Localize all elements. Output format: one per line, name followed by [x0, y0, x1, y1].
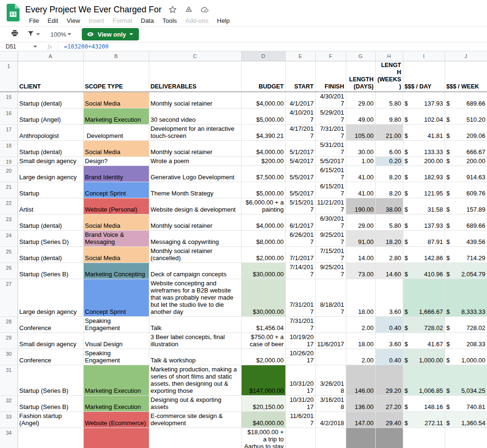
cell-deliverable[interactable]: Development for an interactive touch-scr… [149, 124, 241, 140]
cell-budget[interactable]: $6,000.00 + a painting [241, 198, 285, 214]
cell-finish[interactable]: 6/15/2017 [315, 166, 346, 182]
cell-start[interactable]: 10/31/2017 [285, 365, 315, 395]
cell-finish[interactable]: 8/18/2017 [315, 279, 346, 316]
document-title[interactable]: Every Project We Ever Charged For [25, 5, 162, 15]
column-header-D[interactable]: D [241, 51, 285, 61]
cell-finish[interactable]: 4/2/2018 [315, 411, 346, 428]
cell-weeks[interactable]: 38.00 [375, 198, 403, 214]
cell-week[interactable]: $740.81 [445, 395, 487, 411]
cell-client[interactable]: Large design agency [18, 166, 83, 182]
column-header-E[interactable]: E [285, 51, 315, 61]
cell-deliverable[interactable]: DELIVERABLES [149, 61, 241, 92]
cell-finish[interactable]: 4/30/2017 [315, 92, 346, 108]
cell-client[interactable]: Startup (dental) [18, 92, 83, 108]
cell-deliverable[interactable]: Wrote a poem [149, 156, 241, 166]
cell-deliverable[interactable]: Marketing production, making a series of… [149, 365, 241, 395]
cell-client[interactable]: Anthropologist [18, 124, 83, 140]
cell-day[interactable]: $121.95 [403, 182, 445, 198]
cell-start[interactable]: 4/17/2017 [285, 124, 315, 140]
cell-day[interactable]: $102.04 [403, 108, 445, 124]
cell-days[interactable]: 41.00 [346, 166, 375, 182]
cell-weeks[interactable]: 8.20 [375, 166, 403, 182]
cell-budget[interactable]: $4,000.00 [241, 140, 285, 156]
cell-weeks[interactable]: 72.80 [375, 428, 403, 448]
cell-deliverable[interactable]: Monthly social retainer [149, 214, 241, 230]
cell-client[interactable]: Artist [18, 198, 83, 214]
cell-finish[interactable]: 6/15/2017 [315, 182, 346, 198]
cell-deliverable[interactable]: Monthly social retainer [149, 140, 241, 156]
cell-week[interactable]: $714.29 [445, 246, 487, 263]
cell-budget[interactable]: $30,000.00 [241, 279, 285, 316]
cell-days[interactable]: 2.00 [346, 349, 375, 365]
cell-client[interactable]: Startup (dental) [18, 246, 83, 263]
cell-budget[interactable]: $1,456.04 [241, 316, 285, 332]
cell-days[interactable]: 49.00 [346, 108, 375, 124]
cell-week[interactable]: $8,333.33 [445, 279, 487, 316]
cell-days[interactable]: 73.00 [346, 263, 375, 279]
cell-week[interactable]: $157.89 [445, 198, 487, 214]
name-box[interactable]: D51 [0, 43, 41, 50]
cell-client[interactable]: Startup (dental) [18, 214, 83, 230]
cell-weeks[interactable]: LENGTH (WEEKS) [375, 61, 403, 92]
row-number[interactable]: 24 [0, 230, 18, 246]
cell-budget[interactable]: $7,500.00 [241, 166, 285, 182]
menu-file[interactable]: File [25, 16, 43, 26]
cell-finish[interactable]: 6/30/2017 [315, 214, 346, 230]
cell-budget[interactable]: $4,000.00 [241, 92, 285, 108]
cell-finish[interactable]: 12/31/2018 [315, 428, 346, 448]
cell-client[interactable]: Startup (Series B) [18, 395, 83, 411]
cell-budget[interactable]: $4,390.21 [241, 124, 285, 140]
cell-days[interactable]: 18.00 [346, 332, 375, 349]
cell-start[interactable]: 11/6/2017 [285, 411, 315, 428]
cell-scope[interactable]: Marketing Execution [83, 108, 149, 124]
cell-week[interactable]: $209.06 [445, 124, 487, 140]
cell-week[interactable]: $247.25 [445, 428, 487, 448]
row-number[interactable]: 16 [0, 108, 18, 124]
cell-deliverable[interactable]: Website design & development [149, 198, 241, 214]
cell-deliverable[interactable]: Monthly social retainer (cancelled) [149, 246, 241, 263]
cell-start[interactable]: START [285, 61, 315, 92]
cell-budget[interactable]: $18,000.00 + a trip to Aarhus to stay at… [241, 428, 285, 448]
cell-day[interactable]: $49.45 [403, 428, 445, 448]
cell-finish[interactable]: FINISH [315, 61, 346, 92]
cell-scope[interactable]: Marketing Execution [83, 395, 149, 411]
cell-budget[interactable]: $40,000.00 [241, 411, 285, 428]
cell-days[interactable]: 364 [346, 428, 375, 448]
cell-weeks[interactable]: 8.20 [375, 182, 403, 198]
cell-weeks[interactable]: 0.40 [375, 316, 403, 332]
cell-day[interactable]: $87.91 [403, 230, 445, 246]
sheets-logo-icon[interactable] [7, 4, 19, 23]
row-number[interactable]: 17 [0, 124, 18, 140]
cell-day[interactable]: $137.93 [403, 92, 445, 108]
cell-scope[interactable]: Social Media [83, 246, 149, 263]
cell-scope[interactable]: Brand Voice & Messaging [83, 230, 149, 246]
cell-week[interactable]: $666.67 [445, 140, 487, 156]
row-number[interactable]: 25 [0, 246, 18, 263]
cell-client[interactable]: Large design agency [18, 279, 83, 316]
cell-start[interactable]: 10/26/2017 [285, 349, 315, 365]
cell-budget[interactable]: $2,000.00 [241, 349, 285, 365]
cell-scope[interactable]: Social Media [83, 140, 149, 156]
filter-button[interactable] [24, 28, 43, 41]
cell-weeks[interactable]: 0.20 [375, 156, 403, 166]
cell-scope[interactable]: Design? [83, 156, 149, 166]
cell-finish[interactable]: 7/31/2017 [315, 124, 346, 140]
cell-finish[interactable]: 11/6/2017 [315, 332, 346, 349]
row-number[interactable]: 27 [0, 279, 18, 316]
cell-week[interactable]: $510.20 [445, 108, 487, 124]
cell-days[interactable]: 14.00 [346, 246, 375, 263]
cell-client[interactable]: Startup (dental) [18, 140, 83, 156]
cell-start[interactable]: 6/1/2017 [285, 214, 315, 230]
row-number[interactable]: 23 [0, 214, 18, 230]
cell-client[interactable]: Conference [18, 349, 83, 365]
cell-budget[interactable]: BUDGET [241, 61, 285, 92]
select-all-corner[interactable] [0, 51, 18, 61]
cell-scope[interactable]: Concept Sprint [83, 279, 149, 316]
cell-scope[interactable]: Concept Sprint [83, 182, 149, 198]
cell-weeks[interactable]: 3.60 [375, 332, 403, 349]
row-number[interactable]: 22 [0, 198, 18, 214]
cell-days[interactable]: 29.00 [346, 214, 375, 230]
cell-deliverable[interactable]: Website concepting and wireframes for a … [149, 279, 241, 316]
cell-weeks[interactable]: 18.20 [375, 230, 403, 246]
cell-deliverable[interactable]: Generative Logo Development [149, 166, 241, 182]
